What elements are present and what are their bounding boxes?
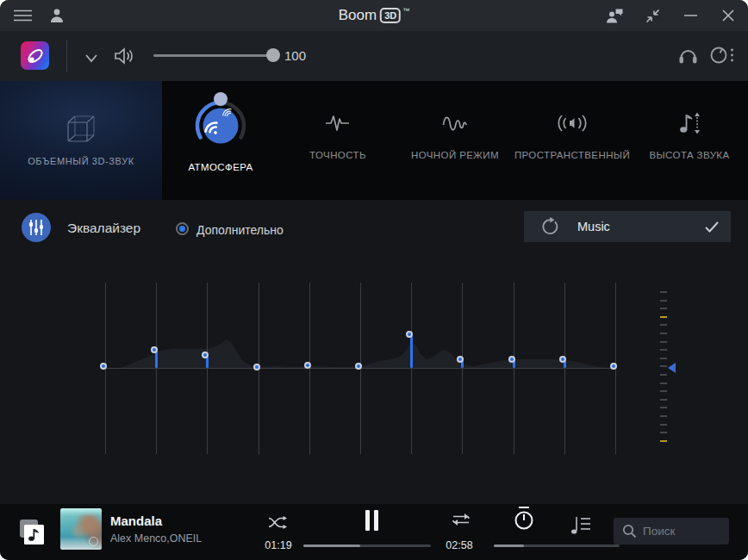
intensity-dial-button[interactable] (710, 46, 734, 68)
master-tick (660, 424, 667, 426)
mute-toggle[interactable] (114, 47, 135, 69)
eq-band-track[interactable] (411, 283, 412, 454)
eq-band-fill (155, 352, 158, 368)
tab-fidelity[interactable]: ТОЧНОСТЬ (279, 81, 396, 200)
compact-mode-button[interactable] (633, 0, 671, 31)
hamburger-icon (14, 9, 32, 22)
pause-button[interactable] (365, 510, 378, 531)
master-gain-handle[interactable] (668, 363, 676, 373)
track-title: Mandala (110, 513, 162, 528)
eq-band-fill (410, 336, 413, 368)
account-button[interactable] (40, 0, 74, 31)
tab-spatial[interactable]: ПРОСТРАНСТВЕННЫЙ (514, 81, 631, 200)
app-title-3d-badge: 3D (380, 8, 401, 23)
eq-band-fill (206, 357, 209, 368)
tab-label: ПРОСТРАНСТВЕННЫЙ (514, 150, 631, 160)
album-art[interactable] (60, 508, 102, 550)
surround-3d-panel[interactable]: ОБЪЕМНЫЙ 3D-ЗВУК (0, 81, 162, 200)
master-tick (660, 390, 667, 392)
boom3d-app-icon[interactable] (21, 41, 49, 70)
eq-band-handle[interactable] (559, 356, 566, 363)
reset-icon (541, 217, 560, 236)
queue-button[interactable] (570, 514, 592, 539)
reset-preset-button[interactable] (541, 217, 560, 236)
collapse-icon (645, 9, 660, 23)
minimize-button[interactable] (671, 0, 709, 31)
track-artist: Alex Menco,ONEIL (110, 532, 202, 544)
equalizer-section: Эквалайзер Дополнительно Music (0, 200, 748, 504)
volume-slider[interactable] (153, 54, 272, 57)
pitch-icon (678, 112, 701, 134)
tab-label: НОЧНОЙ РЕЖИМ (396, 150, 514, 160)
search-input[interactable] (643, 525, 720, 538)
master-tick (660, 415, 667, 417)
eq-band-handle[interactable] (355, 363, 362, 370)
fidelity-icon (325, 115, 351, 132)
advanced-label: Дополнительно (196, 223, 284, 237)
titlebar: Boom 3D ™ (0, 0, 748, 31)
shuffle-button[interactable] (268, 516, 287, 532)
search-box[interactable] (614, 518, 729, 544)
eq-band-handle[interactable] (508, 356, 515, 363)
feedback-icon (607, 9, 623, 23)
eq-band-track[interactable] (462, 283, 463, 454)
preset-check-icon (705, 221, 719, 233)
swoosh-icon (25, 46, 46, 66)
person-icon (49, 8, 65, 23)
equalizer-icon (22, 213, 51, 242)
speaker-icon (114, 47, 135, 65)
eq-band-track[interactable] (564, 283, 565, 454)
eq-band-handle[interactable] (151, 346, 158, 353)
preset-value: Music (577, 220, 705, 233)
surround-3d-label: ОБЪЕМНЫЙ 3D-ЗВУК (0, 156, 162, 166)
master-tick (660, 383, 667, 384)
advanced-radio[interactable] (176, 222, 189, 235)
cube-3d-icon (63, 112, 99, 150)
master-tick (660, 407, 667, 408)
eq-band-handle[interactable] (457, 356, 464, 363)
master-tick (660, 399, 667, 401)
volume-value: 100 (284, 48, 306, 63)
seek-bar[interactable] (303, 544, 431, 547)
player-bar: Mandala Alex Menco,ONEIL 01:19 02:58 (0, 504, 748, 560)
boom3d-window: Boom 3D ™ (0, 0, 748, 560)
master-tick (660, 374, 667, 376)
eq-band-handle[interactable] (304, 362, 311, 369)
minimize-icon (684, 15, 697, 16)
tab-night[interactable]: НОЧНОЙ РЕЖИМ (396, 81, 514, 200)
timer-bar[interactable] (494, 544, 620, 547)
headphones-button[interactable] (678, 46, 698, 68)
eq-band-handle[interactable] (202, 352, 209, 358)
master-tick (660, 341, 667, 343)
feedback-button[interactable] (595, 0, 633, 31)
music-note-icon (28, 528, 40, 541)
queue-icon (570, 514, 592, 536)
eq-band-handle[interactable] (406, 331, 413, 338)
night-mode-icon (442, 113, 468, 134)
repeat-button[interactable] (450, 513, 472, 530)
eq-band-track[interactable] (309, 283, 310, 454)
eq-band-track[interactable] (207, 283, 208, 454)
master-tick (660, 291, 667, 293)
eq-band-track[interactable] (514, 283, 514, 454)
preset-selector[interactable]: Music (524, 211, 731, 242)
stopwatch-icon (512, 506, 536, 532)
close-button[interactable] (709, 0, 747, 31)
eq-band-handle[interactable] (253, 364, 260, 370)
music-app-icon[interactable] (24, 525, 44, 544)
tab-label: ТОЧНОСТЬ (279, 150, 396, 160)
eq-band-handle[interactable] (610, 363, 617, 370)
app-title-text: Boom (339, 7, 377, 24)
tab-pitch[interactable]: ВЫСОТА ЗВУКА (631, 81, 748, 200)
frequency-response-curve (86, 325, 638, 370)
sleep-timer-button[interactable] (512, 506, 536, 535)
tab-atmosphere[interactable]: АТМОСФЕРА (162, 81, 279, 200)
menu-button[interactable] (5, 0, 40, 31)
master-tick (660, 349, 667, 351)
eq-band-track[interactable] (156, 283, 157, 454)
volume-slider-handle[interactable] (266, 48, 280, 62)
eq-band-handle[interactable] (100, 363, 107, 370)
audio-device-dropdown[interactable] (84, 51, 98, 66)
spatial-icon (558, 114, 587, 133)
timer-bar-fill (494, 544, 524, 547)
